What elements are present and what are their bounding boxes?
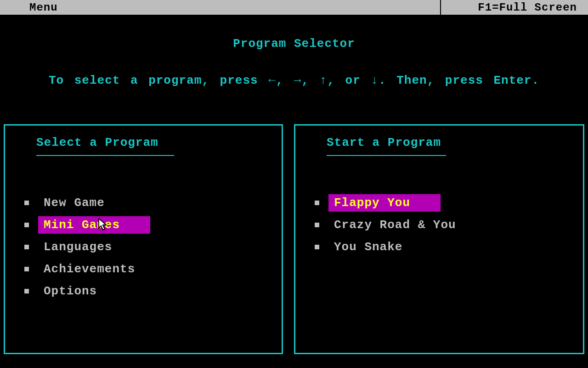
list-item-label: Flappy You xyxy=(328,194,441,212)
list-item-label: Crazy Road & You xyxy=(328,216,462,234)
menu-button[interactable]: Menu xyxy=(29,1,58,14)
bullet-icon xyxy=(24,289,29,293)
list-item[interactable]: Crazy Road & You xyxy=(295,214,583,236)
bullet-icon xyxy=(315,245,319,249)
list-item-label: Options xyxy=(38,282,102,300)
start-program-heading: Start a Program xyxy=(327,136,583,150)
instruction-text: To select a program, press ←, →, ↑, or ↓… xyxy=(0,74,588,87)
menubar: Menu F1=Full Screen xyxy=(0,0,588,15)
bullet-icon xyxy=(24,201,29,205)
list-item[interactable]: Languages xyxy=(5,236,282,258)
list-item[interactable]: Flappy You xyxy=(295,192,583,214)
page-title: Program Selector xyxy=(0,37,588,51)
start-program-panel: Start a Program Flappy YouCrazy Road & Y… xyxy=(294,124,584,354)
heading-rule xyxy=(327,155,446,156)
list-item-label: Achievements xyxy=(38,260,141,278)
list-item-label: Mini Games xyxy=(38,216,150,234)
fullscreen-hint[interactable]: F1=Full Screen xyxy=(478,1,577,14)
list-item[interactable]: Options xyxy=(5,280,282,302)
list-item-label: New Game xyxy=(38,194,110,212)
list-item[interactable]: New Game xyxy=(5,192,282,214)
bullet-icon xyxy=(24,223,29,227)
menubar-separator xyxy=(440,0,441,15)
list-item[interactable]: You Snake xyxy=(295,236,583,258)
list-item-label: Languages xyxy=(38,238,118,256)
bullet-icon xyxy=(24,267,29,271)
bullet-icon xyxy=(315,223,319,227)
list-item[interactable]: Achievements xyxy=(5,258,282,280)
list-item[interactable]: Mini Games xyxy=(5,214,282,236)
list-item-label: You Snake xyxy=(328,238,408,256)
select-program-heading: Select a Program xyxy=(36,136,282,150)
bullet-icon xyxy=(315,201,319,205)
bullet-icon xyxy=(24,245,29,249)
select-program-panel: Select a Program New GameMini GamesLangu… xyxy=(4,124,283,354)
start-program-list: Flappy YouCrazy Road & YouYou Snake xyxy=(295,192,583,258)
heading-rule xyxy=(36,155,174,156)
select-program-list: New GameMini GamesLanguagesAchievementsO… xyxy=(5,192,282,302)
